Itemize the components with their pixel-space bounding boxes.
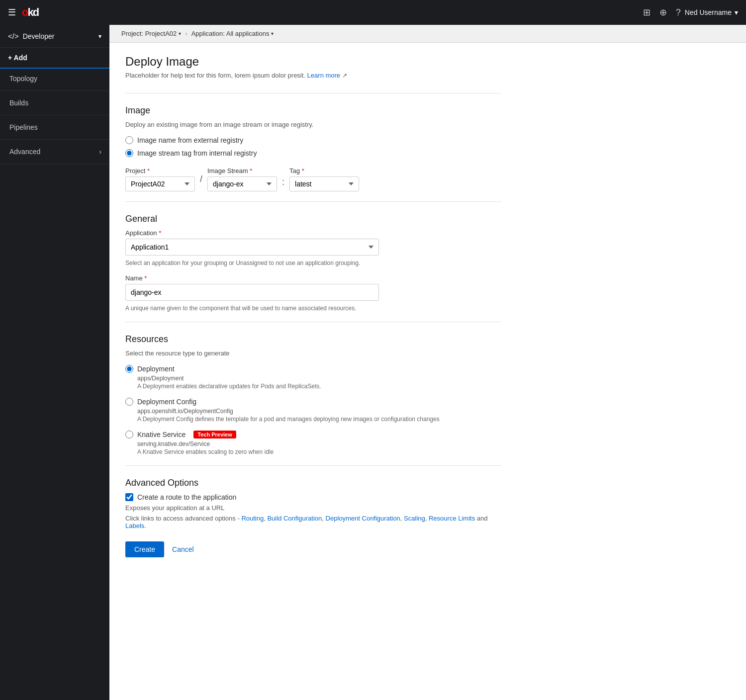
application-desc: Select an application for your grouping …	[125, 260, 501, 266]
top-navigation: ☰ okd ⊞ ⊕ ? Ned Username ▾	[0, 0, 746, 25]
image-stream-required-star: *	[250, 167, 252, 175]
deployment-config-radio-input[interactable]	[125, 398, 133, 406]
knative-radio-row: Knative Service Tech Preview	[125, 431, 501, 438]
knative-radio-input[interactable]	[125, 431, 133, 438]
sidebar-item-topology[interactable]: Topology	[0, 69, 109, 88]
sidebar-developer-section[interactable]: </> Developer ▾	[0, 25, 109, 48]
name-field-group: Name * A unique name given to the compon…	[125, 274, 501, 312]
project-select[interactable]: ProjectA02	[125, 176, 195, 191]
learn-more-link[interactable]: Learn more	[307, 72, 340, 79]
sidebar-item-builds[interactable]: Builds	[0, 93, 109, 113]
external-link-icon: ↗	[342, 72, 347, 79]
create-route-label: Create a route to the application	[137, 493, 236, 501]
tag-select[interactable]: latest	[289, 176, 359, 191]
developer-code-icon: </>	[8, 32, 19, 40]
hamburger-menu[interactable]: ☰	[8, 7, 16, 18]
breadcrumb-separator: ›	[185, 30, 187, 37]
deployment-config-link[interactable]: Deployment Configuration	[326, 515, 400, 522]
resource-option-deployment-config: Deployment Config apps.openshift.io/Depl…	[125, 398, 501, 423]
breadcrumb-bar: Project: ProjectA02 ▾ › Application: All…	[109, 25, 746, 43]
logo-kd: kd	[27, 6, 38, 18]
advanced-options-title: Advanced Options	[125, 478, 501, 488]
image-stream-select[interactable]: django-ex	[207, 176, 277, 191]
breadcrumb-project[interactable]: Project: ProjectA02 ▾	[121, 30, 181, 37]
sidebar-item-add[interactable]: + Add	[0, 48, 109, 69]
user-menu[interactable]: Ned Username ▾	[685, 8, 738, 16]
resource-limits-link[interactable]: Resource Limits	[429, 515, 475, 522]
knative-sublabel: serving.knative.dev/Service	[137, 440, 501, 447]
project-label: Project *	[125, 167, 195, 175]
breadcrumb-project-chevron-icon: ▾	[179, 31, 181, 36]
deployment-config-sublabel: apps.openshift.io/DeploymentConfig	[137, 408, 501, 415]
sidebar-section-chevron-icon: ▾	[98, 33, 101, 40]
build-config-link[interactable]: Build Configuration	[267, 515, 322, 522]
form-button-row: Create Cancel	[125, 541, 501, 557]
create-route-checkbox[interactable]	[125, 493, 133, 501]
main-layout: </> Developer ▾ + Add Topology Builds Pi…	[0, 25, 746, 700]
grid-icon[interactable]: ⊞	[643, 7, 651, 18]
user-chevron-down-icon: ▾	[735, 8, 738, 16]
name-label: Name *	[125, 274, 501, 282]
deployment-desc: A Deployment enables declarative updates…	[137, 383, 501, 390]
sidebar-item-advanced[interactable]: Advanced ›	[0, 142, 109, 162]
page-subtitle: Placeholder for help text for this form,…	[125, 72, 501, 79]
username-label: Ned Username	[685, 8, 732, 16]
radio-external-input[interactable]	[125, 136, 133, 144]
deployment-config-desc: A Deployment Config defines the template…	[137, 416, 501, 423]
application-select[interactable]: Application1	[125, 239, 379, 256]
project-field-group: Project * ProjectA02	[125, 167, 195, 191]
help-icon[interactable]: ?	[676, 7, 681, 18]
name-desc: A unique name given to the component tha…	[125, 305, 501, 312]
image-stream-field-group: Image Stream * django-ex	[207, 167, 277, 191]
knative-desc: A Knative Service enables scaling to zer…	[137, 448, 501, 455]
application-label: Application *	[125, 229, 501, 237]
labels-link[interactable]: Labels	[125, 522, 144, 529]
nav-icons-group: ⊞ ⊕ ?	[643, 7, 681, 18]
expose-desc: Exposes your application at a URL	[125, 504, 501, 512]
breadcrumb-application-chevron-icon: ▾	[271, 31, 274, 36]
project-required-star: *	[147, 167, 150, 175]
radio-external-registry[interactable]: Image name from external registry	[125, 136, 501, 144]
tag-required-star: *	[302, 167, 304, 175]
name-required-star: *	[144, 274, 147, 282]
breadcrumb-application[interactable]: Application: All applications ▾	[191, 30, 274, 37]
application-required-star: *	[159, 229, 161, 237]
logo-red-o: o	[22, 6, 27, 18]
image-source-radio-group: Image name from external registry Image …	[125, 136, 501, 157]
tech-preview-badge: Tech Preview	[193, 431, 236, 438]
sidebar-item-pipelines[interactable]: Pipelines	[0, 117, 109, 137]
deployment-radio-input[interactable]	[125, 365, 133, 373]
routing-link[interactable]: Routing	[241, 515, 264, 522]
cancel-button[interactable]: Cancel	[172, 545, 194, 553]
radio-internal-registry[interactable]: Image stream tag from internal registry	[125, 149, 501, 157]
name-input[interactable]	[125, 284, 379, 301]
resources-section-title: Resources	[125, 334, 501, 345]
image-stream-row: Project * ProjectA02 / Image Stream * dj…	[125, 167, 501, 191]
app-logo: okd	[22, 6, 38, 19]
resources-section-desc: Select the resource type to generate	[125, 350, 501, 357]
plus-icon[interactable]: ⊕	[659, 7, 667, 18]
knative-label: Knative Service	[137, 431, 186, 438]
tag-field-group: Tag * latest	[289, 167, 359, 191]
sidebar: </> Developer ▾ + Add Topology Builds Pi…	[0, 25, 109, 700]
tag-label: Tag *	[289, 167, 359, 175]
general-section-title: General	[125, 214, 501, 224]
path-separator: /	[200, 174, 202, 187]
deployment-sublabel: apps/Deployment	[137, 375, 501, 382]
application-field-group: Application * Application1 Select an app…	[125, 229, 501, 266]
image-section-title: Image	[125, 105, 501, 116]
colon-separator: :	[282, 177, 284, 187]
advanced-chevron-right-icon: ›	[99, 148, 101, 156]
resource-option-deployment: Deployment apps/Deployment A Deployment …	[125, 365, 501, 390]
deploy-image-form: Deploy Image Placeholder for help text f…	[109, 43, 517, 569]
deployment-config-label: Deployment Config	[137, 398, 196, 406]
create-route-checkbox-row: Create a route to the application	[125, 493, 501, 501]
scaling-link[interactable]: Scaling	[404, 515, 425, 522]
sidebar-section-label: Developer	[23, 32, 55, 40]
radio-internal-input[interactable]	[125, 149, 133, 157]
advanced-links-row: Click links to access advanced options -…	[125, 515, 501, 529]
resource-option-knative: Knative Service Tech Preview serving.kna…	[125, 431, 501, 455]
deployment-label: Deployment	[137, 365, 175, 373]
create-button[interactable]: Create	[125, 541, 164, 557]
image-stream-label: Image Stream *	[207, 167, 277, 175]
